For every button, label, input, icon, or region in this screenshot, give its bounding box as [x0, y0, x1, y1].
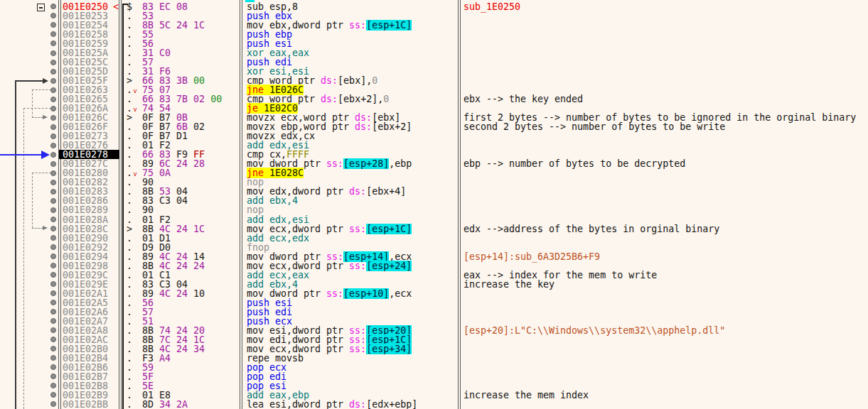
- bytes-cell[interactable]: 01 C1: [142, 271, 171, 280]
- instruction-cell[interactable]: push edi: [247, 307, 292, 317]
- address-cell[interactable]: 001E029C: [63, 271, 108, 280]
- disasm-row-001E02A5[interactable]: 001E02A5.56push esi: [0, 298, 868, 307]
- comment-cell[interactable]: sub_1E0250: [464, 2, 520, 11]
- bytes-cell[interactable]: 01 E8: [142, 391, 171, 400]
- breakpoint-dot[interactable]: [50, 189, 56, 195]
- instruction-cell[interactable]: mov ecx,dword ptr ss:[esp+34]: [247, 344, 412, 354]
- address-cell[interactable]: 001E0290: [63, 234, 108, 243]
- address-cell[interactable]: 001E02B4: [63, 354, 108, 363]
- breakpoint-dot[interactable]: [50, 244, 56, 250]
- bytes-cell[interactable]: 59: [142, 363, 154, 372]
- disasm-row-001E029C[interactable]: 001E029C.01 C1add ecx,eaxeax --> index f…: [0, 271, 868, 280]
- breakpoint-dot[interactable]: [50, 170, 56, 176]
- breakpoint-dot[interactable]: [50, 69, 56, 75]
- address-cell[interactable]: 001E02A8: [63, 326, 108, 335]
- address-cell[interactable]: 001E02A5: [63, 298, 108, 307]
- address-cell[interactable]: 001E02B0: [63, 344, 108, 354]
- disasm-row-001E02A8[interactable]: 001E02A8.8B 74 24 20mov esi,dword ptr ss…: [0, 326, 868, 335]
- disasm-row-001E0298[interactable]: 001E0298.8B 4C 24 24mov ecx,dword ptr ss…: [0, 261, 868, 271]
- breakpoint-dot[interactable]: [50, 198, 56, 204]
- instruction-cell[interactable]: nop: [247, 205, 264, 214]
- bytes-cell[interactable]: 01 D1: [142, 234, 171, 243]
- disasm-row-001E02A6[interactable]: 001E02A6.57push edi: [0, 307, 868, 317]
- disasm-row-001E02A1[interactable]: 001E02A1.89 4C 24 10mov dword ptr ss:[es…: [0, 289, 868, 298]
- address-cell[interactable]: 001E028A: [63, 215, 108, 224]
- address-cell[interactable]: 001E02B7: [63, 372, 108, 381]
- bytes-cell[interactable]: 01 F2: [142, 215, 171, 224]
- comment-cell[interactable]: [esp+20]:L"C:\\Windows\\system32\\apphel…: [464, 326, 725, 335]
- breakpoint-dot[interactable]: [50, 383, 56, 388]
- disasm-row-001E02B8[interactable]: 001E02B8.5Epop esi: [0, 381, 868, 391]
- breakpoint-dot[interactable]: [50, 300, 56, 305]
- instruction-cell[interactable]: mov dword ptr ss:[esp+14],ecx: [247, 252, 412, 261]
- address-cell[interactable]: 001E029E: [63, 280, 108, 289]
- breakpoint-dot[interactable]: [50, 207, 56, 213]
- instruction-cell[interactable]: add ecx,edx: [247, 234, 309, 243]
- disasm-row-001E02B0[interactable]: 001E02B0.8B 4C 24 34mov ecx,dword ptr ss…: [0, 344, 868, 354]
- bytes-cell[interactable]: 51: [142, 317, 154, 326]
- address-cell[interactable]: 001E028C: [63, 224, 108, 234]
- breakpoint-dot[interactable]: [50, 281, 56, 287]
- disasm-row-001E0290[interactable]: 001E0290.01 D1add ecx,edx: [0, 234, 868, 243]
- breakpoint-dot[interactable]: [50, 143, 56, 148]
- bytes-cell[interactable]: 8B 4C 24 24: [142, 261, 205, 271]
- disasm-row-001E028A[interactable]: 001E028A.01 F2add edx,esi: [0, 215, 868, 224]
- address-cell[interactable]: 001E02A1: [63, 289, 108, 298]
- disasm-row-001E02B6[interactable]: 001E02B6.59pop ecx: [0, 363, 868, 372]
- instruction-cell[interactable]: mov edi,dword ptr ss:[esp+1C]: [247, 335, 412, 344]
- breakpoint-dot[interactable]: [50, 290, 56, 296]
- bytes-cell[interactable]: 8B 74 24 20: [142, 326, 205, 335]
- instruction-cell[interactable]: lea esi,dword ptr ds:[edx+ebp]: [247, 400, 417, 409]
- instruction-cell[interactable]: mov esi,dword ptr ss:[esp+20]: [247, 326, 412, 335]
- comment-cell[interactable]: edx -->address of the bytes in orginal b…: [464, 224, 719, 234]
- bytes-cell[interactable]: 83 C3 04: [142, 280, 188, 289]
- breakpoint-dot[interactable]: [50, 253, 56, 259]
- address-cell[interactable]: 001E0289: [63, 205, 108, 214]
- breakpoint-dot[interactable]: [50, 392, 56, 398]
- bytes-cell[interactable]: 5F: [142, 372, 154, 381]
- breakpoint-dot[interactable]: [50, 355, 56, 361]
- bytes-cell[interactable]: 89 4C 24 10: [142, 289, 205, 298]
- instruction-cell[interactable]: pop esi: [247, 381, 286, 391]
- disasm-row-001E029E[interactable]: 001E029E.83 C3 04add ebx,4increase the k…: [0, 280, 868, 289]
- breakpoint-dot[interactable]: [50, 60, 56, 65]
- instruction-cell[interactable]: fnop: [247, 243, 269, 252]
- instruction-cell[interactable]: add ebx,4: [247, 280, 298, 289]
- instruction-cell[interactable]: pop edi: [247, 372, 286, 381]
- breakpoint-dot[interactable]: [50, 309, 56, 315]
- breakpoint-dot[interactable]: [50, 217, 56, 222]
- bytes-cell[interactable]: 90: [142, 205, 154, 214]
- breakpoint-dot[interactable]: [50, 97, 56, 102]
- breakpoint-dot[interactable]: [50, 364, 56, 370]
- breakpoint-dot[interactable]: [50, 346, 56, 351]
- address-cell[interactable]: 001E02A7: [63, 317, 108, 326]
- breakpoint-dot[interactable]: [50, 31, 56, 37]
- comment-cell[interactable]: eax --> index for the mem to write: [464, 271, 657, 280]
- bytes-cell[interactable]: 8B 4C 24 34: [142, 344, 205, 354]
- disasm-row-001E02B4[interactable]: 001E02B4.F3 A4repe movsb: [0, 354, 868, 363]
- breakpoint-dot[interactable]: [50, 22, 56, 28]
- breakpoint-dot[interactable]: [50, 337, 56, 342]
- instruction-cell[interactable]: add ecx,eax: [247, 271, 309, 280]
- breakpoint-dot[interactable]: [50, 373, 56, 379]
- comment-cell[interactable]: ebp --> number of bytes to be decrypted: [464, 159, 685, 168]
- address-cell[interactable]: 001E0294: [63, 252, 108, 261]
- bytes-cell[interactable]: 8B 7C 24 1C: [142, 335, 205, 344]
- disasm-row-001E028C[interactable]: 001E028C>8B 4C 24 1Cmov ecx,dword ptr ss…: [0, 224, 868, 234]
- disasm-row-001E02BB[interactable]: 001E02BB.8D 34 2Alea esi,dword ptr ds:[e…: [0, 400, 868, 409]
- instruction-cell[interactable]: mov ecx,dword ptr ss:[esp+1C]: [247, 224, 412, 234]
- breakpoint-dot[interactable]: [50, 327, 56, 333]
- bytes-cell[interactable]: 57: [142, 307, 154, 317]
- instruction-cell[interactable]: repe movsb: [247, 354, 304, 363]
- collapse-function-toggle[interactable]: [37, 4, 45, 11]
- breakpoint-dot[interactable]: [50, 235, 56, 241]
- bytes-cell[interactable]: 8B 4C 24 1C: [142, 224, 205, 234]
- bytes-cell[interactable]: 56: [142, 298, 154, 307]
- disasm-row-001E0289[interactable]: 001E0289.90nop: [0, 205, 868, 214]
- breakpoint-dot[interactable]: [50, 50, 56, 56]
- address-cell[interactable]: 001E02BB: [63, 400, 108, 409]
- comment-cell[interactable]: increase the key: [464, 280, 554, 289]
- breakpoint-dot[interactable]: [50, 226, 56, 231]
- comment-cell[interactable]: [esp+14]:sub_6A3D25B6+F9: [464, 252, 600, 261]
- breakpoint-dot[interactable]: [50, 4, 56, 9]
